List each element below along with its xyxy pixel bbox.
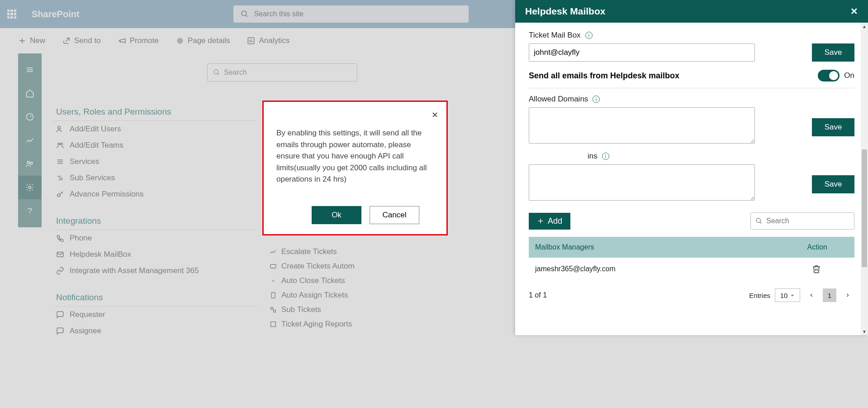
page-number: 1 <box>828 292 831 299</box>
th-action: Action <box>807 243 827 251</box>
close-icon[interactable]: ✕ <box>432 110 438 120</box>
manager-email: jameshr365@clayfly.com <box>535 265 616 273</box>
save-button[interactable]: Save <box>812 118 854 136</box>
add-button[interactable]: Add <box>529 213 570 230</box>
table-row: jameshr365@clayfly.com <box>529 258 854 280</box>
panel-scrollbar[interactable]: ▲ ▼ <box>861 23 868 335</box>
save-button[interactable]: Save <box>812 43 854 62</box>
modal-message: By enabling this settings, it will send … <box>276 127 434 185</box>
chevron-down-icon <box>790 293 795 298</box>
pager-summary: 1 of 1 <box>529 291 547 299</box>
info-icon[interactable]: i <box>593 96 600 103</box>
toggle-state: On <box>844 71 854 80</box>
svg-line-40 <box>760 222 761 223</box>
info-icon[interactable]: i <box>585 32 593 39</box>
label-text-tail: ins <box>588 152 598 161</box>
svg-point-39 <box>756 218 760 222</box>
close-icon[interactable]: ✕ <box>850 6 858 17</box>
scroll-up-icon[interactable]: ▲ <box>861 23 868 30</box>
search-placeholder: Search <box>766 217 789 225</box>
plus-icon <box>537 217 544 225</box>
sendall-toggle[interactable] <box>818 70 840 82</box>
chevron-left-icon <box>809 293 814 298</box>
pager-next[interactable] <box>841 288 854 302</box>
label-text: Allowed Domains <box>529 95 588 104</box>
info-icon[interactable]: i <box>602 153 609 160</box>
excluded-domains-label: Excluded Domainsi <box>529 152 854 161</box>
pager: 1 of 1 Entries 10 1 <box>529 288 854 302</box>
panel-header: Helpdesk Mailbox ✕ <box>515 0 868 23</box>
chevron-right-icon <box>845 293 850 298</box>
save-button[interactable]: Save <box>812 175 854 193</box>
entries-value: 10 <box>780 292 788 299</box>
helpdesk-mailbox-panel: Helpdesk Mailbox ✕ Ticket Mail Boxi Save… <box>515 0 868 335</box>
allowed-domains-label: Allowed Domainsi <box>529 95 854 104</box>
panel-title: Helpdesk Mailbox <box>525 6 605 17</box>
scroll-down-icon[interactable]: ▼ <box>861 328 868 335</box>
search-icon <box>755 217 763 225</box>
allowed-domains-input[interactable] <box>529 107 755 144</box>
entries-label: Entries <box>749 292 770 299</box>
ticket-mailbox-input[interactable] <box>529 43 755 62</box>
pager-prev[interactable] <box>805 288 818 302</box>
ticket-mailbox-label: Ticket Mail Boxi <box>529 31 854 40</box>
confirm-modal: ✕ By enabling this settings, it will sen… <box>262 101 448 235</box>
pager-page-1[interactable]: 1 <box>823 288 836 302</box>
excluded-domains-input[interactable] <box>529 164 755 201</box>
delete-icon[interactable] <box>812 264 821 274</box>
add-label: Add <box>548 216 562 226</box>
cancel-button[interactable]: Cancel <box>370 206 419 224</box>
sendall-label: Send all emails from Helpdesk mailbox <box>529 71 679 81</box>
entries-select[interactable]: 10 <box>775 288 800 302</box>
panel-body: Ticket Mail Boxi Save Send all emails fr… <box>515 23 868 311</box>
managers-table-head: Mailbox Managers Action <box>529 237 854 258</box>
th-managers: Mailbox Managers <box>535 243 594 251</box>
managers-search[interactable]: Search <box>750 212 854 230</box>
ok-button[interactable]: Ok <box>312 206 361 224</box>
scrollbar-thumb[interactable] <box>862 149 867 267</box>
label-text: Ticket Mail Box <box>529 31 581 40</box>
